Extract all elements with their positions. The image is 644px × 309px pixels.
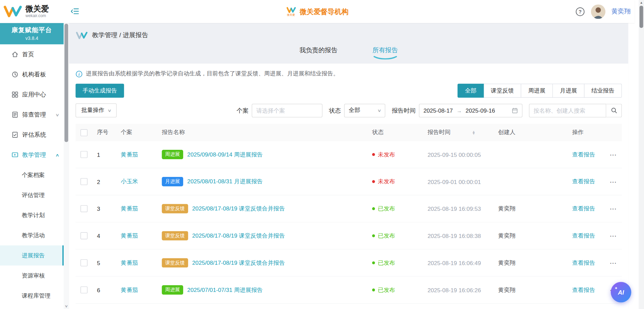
row-checkbox[interactable] bbox=[80, 287, 88, 294]
case-link[interactable]: 黄番茄 bbox=[121, 259, 138, 266]
ai-assistant-button[interactable]: ✦ AI bbox=[611, 282, 631, 302]
view-report-link[interactable]: 查看报告 bbox=[572, 286, 595, 294]
report-name-link[interactable]: 2025/07/01-07/31 周进展报告 bbox=[187, 286, 263, 294]
sidebar-collapse-icon[interactable] bbox=[71, 8, 79, 16]
date-start: 2025-08-17 bbox=[423, 107, 453, 114]
view-report-link[interactable]: 查看报告 bbox=[572, 205, 595, 212]
case-filter-label: 个案 bbox=[236, 107, 249, 114]
report-name-link[interactable]: 2025/08/01-08/31 月进展报告 bbox=[187, 178, 263, 185]
sidebar-subitem-teaching-activity[interactable]: 教学活动 bbox=[0, 225, 64, 245]
sidebar-item-assessment-system[interactable]: 评估系统 bbox=[0, 125, 64, 145]
info-text: 进展报告由系统根据学员的教学记录自动生成，目前包含了课堂反馈、周进展、月进展和结… bbox=[86, 70, 339, 77]
breadcrumb: 教学管理 / 进展报告 bbox=[69, 23, 629, 40]
sidebar-scrollbar[interactable]: ∨ bbox=[64, 23, 69, 309]
reports-table: 序号 个案 报告名称 状态 报告时间 ▲▼ 创建人 操作 1黄番茄周进展2025… bbox=[75, 124, 622, 309]
filter-tab-class-feedback[interactable]: 课堂反馈 bbox=[483, 84, 521, 98]
filter-tab-monthly[interactable]: 月进展 bbox=[552, 84, 585, 98]
table-body: 1黄番茄周进展2025/09/08-09/14 周进展报告未发布2025-09-… bbox=[75, 141, 622, 309]
report-name-link[interactable]: 2025/09/08-09/14 周进展报告 bbox=[187, 151, 263, 158]
batch-actions-button[interactable]: 批量操作∨ bbox=[75, 104, 117, 118]
more-actions-icon[interactable]: ··· bbox=[610, 233, 617, 239]
sidebar-subitem-teaching-plan[interactable]: 教学计划 bbox=[0, 205, 64, 225]
row-checkbox[interactable] bbox=[80, 151, 88, 158]
case-select-input[interactable] bbox=[252, 104, 323, 117]
sidebar-subitem-course-library[interactable]: 课程库管理 bbox=[0, 286, 64, 306]
page-scrollbar[interactable]: ▲ bbox=[639, 0, 644, 309]
more-actions-icon[interactable]: ··· bbox=[610, 151, 617, 158]
tab-all-reports[interactable]: 所有报告 bbox=[373, 46, 398, 59]
view-report-link[interactable]: 查看报告 bbox=[572, 178, 595, 185]
scroll-down-arrow-icon[interactable]: ∨ bbox=[63, 304, 70, 308]
case-link[interactable]: 黄番茄 bbox=[121, 232, 138, 239]
search-button[interactable] bbox=[606, 104, 622, 117]
sidebar-scrollbar-thumb[interactable] bbox=[64, 24, 68, 142]
row-checkbox[interactable] bbox=[80, 178, 88, 185]
status-filter-label: 状态 bbox=[329, 107, 341, 114]
row-checkbox[interactable] bbox=[80, 233, 88, 240]
sidebar-subitem-case-files[interactable]: 个案档案 bbox=[0, 165, 64, 185]
sidebar-subitem-assessment-mgmt[interactable]: 评估管理 bbox=[0, 185, 64, 205]
status-dot-icon bbox=[372, 207, 375, 210]
sidebar-item-teaching-mgmt[interactable]: 教学管理∧ bbox=[0, 145, 64, 165]
logo-subtitle: wekair.com bbox=[25, 13, 49, 18]
report-name-link[interactable]: 2025/08/17-08/19 课堂反馈合并报告 bbox=[192, 205, 285, 212]
case-link[interactable]: 小玉米 bbox=[121, 178, 138, 185]
help-icon[interactable]: ? bbox=[575, 7, 585, 16]
more-actions-icon[interactable]: ··· bbox=[610, 259, 617, 266]
avatar[interactable] bbox=[591, 4, 605, 19]
table-header: 序号 个案 报告名称 状态 报告时间 ▲▼ 创建人 操作 bbox=[75, 124, 622, 141]
view-report-link[interactable]: 查看报告 bbox=[572, 151, 595, 158]
status-select[interactable]: 全部∨ bbox=[344, 104, 385, 117]
platform-version: v3.8.4 bbox=[0, 36, 64, 41]
row-checkbox[interactable] bbox=[80, 205, 88, 212]
case-link[interactable]: 黄番茄 bbox=[121, 151, 138, 158]
table-row: 6黄番茄周进展2025/07/01-07/31 周进展报告已发布2025-08-… bbox=[75, 276, 622, 304]
table-row: 1黄番茄周进展2025/09/08-09/14 周进展报告未发布2025-09-… bbox=[75, 141, 622, 168]
date-range-picker[interactable]: 2025-08-17 → 2025-09-16 bbox=[419, 104, 523, 117]
search-input[interactable] bbox=[529, 104, 606, 117]
more-actions-icon[interactable]: ··· bbox=[610, 205, 617, 212]
sidebar-menu: 首页机构看板应用中心筛查管理∨评估系统教学管理∧个案档案评估管理教学计划教学活动… bbox=[0, 44, 64, 306]
filter-tab-final[interactable]: 结业报告 bbox=[584, 84, 622, 98]
sidebar-item-org-dashboard[interactable]: 机构看板 bbox=[0, 64, 64, 84]
home-icon bbox=[11, 51, 18, 58]
case-link[interactable]: 黄番茄 bbox=[121, 286, 138, 293]
status-badge: 已发布 bbox=[367, 232, 423, 239]
select-all-checkbox[interactable] bbox=[80, 129, 88, 136]
report-tabs: 我负责的报告 所有报告 bbox=[69, 40, 629, 64]
sidebar-subitem-progress-report[interactable]: 进展报告 bbox=[0, 245, 64, 265]
report-name-link[interactable]: 2025/08/17-08/19 课堂反馈合并报告 bbox=[192, 232, 285, 239]
sidebar-item-screening-mgmt[interactable]: 筛查管理∨ bbox=[0, 105, 64, 125]
view-report-link[interactable]: 查看报告 bbox=[572, 259, 595, 266]
username[interactable]: 黄奕翔 bbox=[611, 7, 632, 16]
report-name-link[interactable]: 2025/08/17-08/19 课堂反馈合并报告 bbox=[192, 259, 285, 266]
report-type-badge: 周进展 bbox=[162, 285, 183, 295]
info-banner: i 进展报告由系统根据学员的教学记录自动生成，目前包含了课堂反馈、周进展、月进展… bbox=[75, 70, 622, 77]
filter-tab-weekly[interactable]: 周进展 bbox=[521, 84, 553, 98]
report-type-badge: 课堂反馈 bbox=[162, 204, 188, 213]
tab-my-reports[interactable]: 我负责的报告 bbox=[300, 46, 338, 55]
generate-report-button[interactable]: 手动生成报告 bbox=[75, 84, 124, 98]
sort-icon[interactable]: ▲▼ bbox=[472, 130, 475, 134]
status-badge: 未发布 bbox=[367, 178, 423, 185]
teaching-icon bbox=[11, 151, 18, 159]
doc-icon bbox=[11, 131, 18, 138]
case-link[interactable]: 黄番茄 bbox=[121, 205, 138, 212]
creator: 黄奕翔 bbox=[493, 259, 567, 266]
more-actions-icon[interactable]: ··· bbox=[610, 178, 617, 185]
sidebar-subitem-resource-review[interactable]: 资源审核 bbox=[0, 265, 64, 286]
status-badge: 已发布 bbox=[367, 259, 423, 266]
page-scrollbar-thumb[interactable] bbox=[640, 6, 643, 28]
row-checkbox[interactable] bbox=[80, 259, 88, 266]
platform-name: 康复赋能平台 bbox=[0, 26, 64, 35]
scroll-up-arrow-icon[interactable]: ▲ bbox=[639, 1, 644, 4]
table-row: 4黄番茄课堂反馈2025/08/17-08/19 课堂反馈合并报告已发布2025… bbox=[75, 223, 622, 250]
sidebar-item-app-center[interactable]: 应用中心 bbox=[0, 84, 64, 105]
sidebar-item-home[interactable]: 首页 bbox=[0, 44, 64, 64]
report-time: 2025-08-19 16:09:53 bbox=[423, 205, 493, 212]
creator: 黄奕翔 bbox=[493, 232, 567, 239]
filter-tab-all[interactable]: 全部 bbox=[458, 84, 484, 98]
row-number: 3 bbox=[92, 205, 116, 212]
view-report-link[interactable]: 查看报告 bbox=[572, 232, 595, 239]
sparkle-icon: ✦ bbox=[614, 286, 618, 290]
